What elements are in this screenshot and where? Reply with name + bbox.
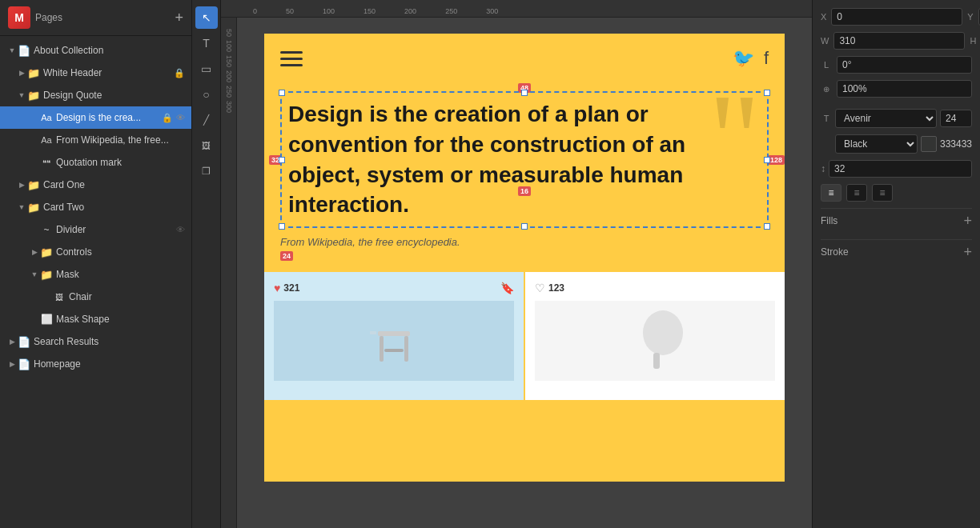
- select-tool[interactable]: ↖: [195, 6, 218, 29]
- design-canvas: 🐦 f " 48 32 128 16: [264, 34, 785, 482]
- scale-input[interactable]: [837, 80, 972, 98]
- selection-handle-bc: [521, 223, 528, 230]
- sidebar-item-quotation-mark[interactable]: ❝❝ Quotation mark: [0, 151, 191, 174]
- chevron-down-icon: ▼: [16, 90, 27, 101]
- sidebar-item-card-two[interactable]: ▼ 📁 Card Two: [0, 196, 191, 218]
- font-family-select[interactable]: Avenir: [835, 109, 937, 128]
- color-hex: 333433: [940, 138, 972, 150]
- y-label: Y: [967, 12, 973, 22]
- chevron-right-icon: ▶: [6, 336, 18, 347]
- chevron-none: [29, 224, 40, 235]
- w-label: W: [821, 36, 829, 46]
- quote-text: Design is the creation of a plan or conv…: [288, 99, 721, 220]
- canvas-header: 🐦 f: [264, 34, 785, 83]
- svg-rect-6: [653, 353, 660, 369]
- chair-svg: [623, 309, 687, 373]
- chevron-none: [29, 157, 40, 168]
- font-size-input[interactable]: [940, 110, 972, 127]
- sidebar-item-white-header[interactable]: ▶ 📁 White Header 🔒: [0, 62, 191, 84]
- tools-panel: ↖ T ▭ ○ ╱ 🖼 ❐: [192, 0, 221, 528]
- add-stroke-button[interactable]: +: [963, 245, 972, 259]
- color-select[interactable]: Black: [835, 134, 918, 154]
- sidebar-item-card-one[interactable]: ▶ 📁 Card One: [0, 174, 191, 196]
- sidebar-item-mask[interactable]: ▼ 📁 Mask: [0, 263, 191, 286]
- sidebar-item-label: Design Quote: [43, 90, 185, 101]
- chevron-right-icon: ▶: [16, 67, 27, 78]
- svg-rect-2: [404, 336, 408, 362]
- card-item-2: ♡ 123: [525, 272, 785, 400]
- group-icon: 📁: [27, 66, 40, 79]
- heart-outline-icon[interactable]: ♡: [535, 282, 545, 294]
- sidebar-item-label: Card Two: [43, 202, 185, 213]
- sidebar-item-about-collection[interactable]: ▼ 📄 About Collection: [0, 39, 191, 62]
- eye-icon: 👁: [176, 113, 185, 122]
- sidebar-item-wikipedia-text[interactable]: Aa From Wikipedia, the free...: [0, 129, 191, 151]
- sidebar-item-label: Search Results: [34, 336, 185, 347]
- ruler-left: 50 100 150 200 250 300: [221, 18, 237, 528]
- sidebar-item-design-text[interactable]: Aa Design is the crea... 🔒 👁: [0, 106, 191, 129]
- ruler-mark: 300: [486, 7, 498, 15]
- sidebar-item-design-quote[interactable]: ▼ 📁 Design Quote: [0, 84, 191, 106]
- sidebar-item-label: Mask: [56, 269, 185, 280]
- fills-label: Fills: [821, 215, 837, 226]
- chevron-none: [29, 112, 40, 123]
- ruler-left-mark: 300: [225, 101, 233, 113]
- chevron-right-icon: ▶: [29, 246, 40, 258]
- pen-tool[interactable]: ╱: [195, 109, 218, 131]
- chevron-down-icon: ▼: [29, 269, 40, 280]
- align-center-button[interactable]: ≡: [846, 184, 867, 202]
- sidebar-item-homepage[interactable]: ▶ 📄 Homepage: [0, 353, 191, 375]
- add-page-button[interactable]: +: [175, 10, 183, 25]
- ruler-left-mark: 250: [225, 86, 233, 98]
- label-badge-24: 24: [280, 251, 293, 261]
- sidebar-item-controls[interactable]: ▶ 📁 Controls: [0, 241, 191, 263]
- hidden-icon: 👁: [176, 225, 185, 234]
- selection-handle-tc: [521, 90, 528, 96]
- canvas-viewport[interactable]: 🐦 f " 48 32 128 16: [237, 18, 812, 528]
- ruler-mark: 150: [363, 7, 376, 15]
- image-tool[interactable]: 🖼: [195, 134, 218, 157]
- stroke-row: Stroke +: [821, 239, 972, 264]
- svg-rect-1: [380, 336, 384, 362]
- align-right-button[interactable]: ≡: [872, 184, 893, 202]
- rotation-row: L: [821, 56, 972, 74]
- chevron-none: [42, 291, 53, 302]
- ellipse-tool[interactable]: ○: [195, 83, 218, 106]
- sidebar-item-search-results[interactable]: ▶ 📄 Search Results: [0, 330, 191, 353]
- sidebar-item-label: Mask Shape: [56, 314, 185, 325]
- scale-icon: ⊕: [821, 85, 832, 94]
- color-swatch[interactable]: [921, 136, 937, 152]
- app-logo: M: [8, 6, 30, 29]
- social-icons: 🐦 f: [733, 48, 769, 69]
- line-height-input[interactable]: [829, 160, 972, 178]
- sidebar-item-label: Homepage: [34, 358, 185, 370]
- sidebar-item-label: Chair: [69, 291, 185, 302]
- rotation-input[interactable]: [837, 56, 972, 74]
- ruler-mark: 250: [445, 7, 457, 15]
- selection-handle-ml: [279, 157, 285, 163]
- sidebar-item-label: From Wikipedia, the free...: [56, 134, 185, 146]
- align-left-button[interactable]: ≡: [821, 184, 841, 202]
- group-icon: 📁: [40, 246, 53, 258]
- page-icon: 📄: [18, 335, 30, 348]
- sidebar-item-label: Divider: [56, 224, 176, 235]
- ruler-top: 0 50 100 150 200 250 300: [221, 0, 812, 18]
- card-image-placeholder: [274, 301, 514, 381]
- image-icon: 🖼: [53, 290, 66, 303]
- component-tool[interactable]: ❐: [195, 160, 218, 182]
- item-actions: 🔒: [174, 68, 185, 78]
- x-label: X: [821, 12, 826, 22]
- sidebar-item-mask-shape[interactable]: ⬜ Mask Shape: [0, 308, 191, 330]
- text-tool[interactable]: T: [195, 32, 218, 54]
- svg-rect-0: [378, 331, 410, 336]
- add-fill-button[interactable]: +: [963, 214, 972, 228]
- sidebar-item-divider[interactable]: ~ Divider 👁: [0, 218, 191, 241]
- sidebar-item-chair[interactable]: 🖼 Chair: [0, 286, 191, 308]
- chevron-down-icon: ▼: [6, 45, 18, 56]
- sidebar-item-label: Quotation mark: [56, 157, 185, 168]
- w-input[interactable]: [833, 32, 965, 50]
- rectangle-tool[interactable]: ▭: [195, 58, 218, 80]
- x-input[interactable]: [831, 8, 962, 26]
- bookmark-icon[interactable]: 🔖: [500, 282, 514, 294]
- heart-icon[interactable]: ♥: [274, 282, 280, 294]
